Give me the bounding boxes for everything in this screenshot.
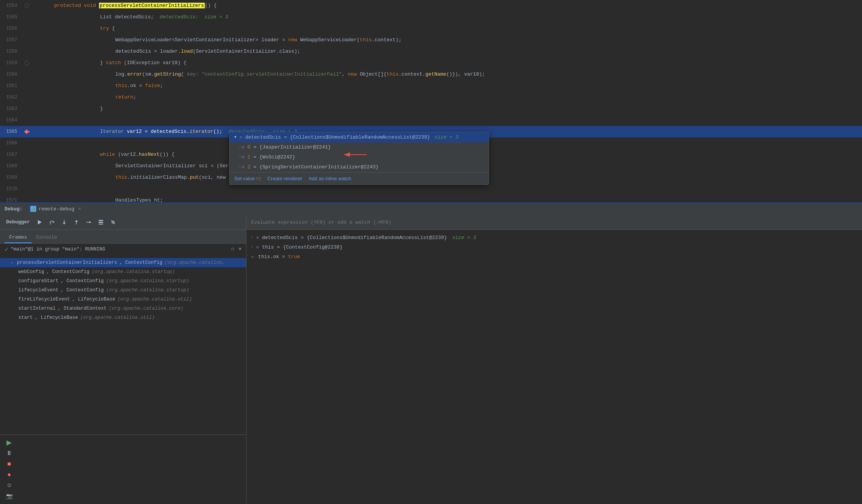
play-btn[interactable]: ▶	[5, 438, 14, 447]
debug-tab-name: remote-debug	[39, 206, 75, 212]
w-equals-1: =	[277, 244, 280, 250]
inf-icon-w2: ∞	[251, 255, 254, 259]
var-icon-w0: ≡	[256, 236, 259, 240]
frame-item-2[interactable]: configureStart , ContextConfig (org.apac…	[0, 276, 246, 286]
watch-item-1[interactable]: › ≡ this = {ContextConfig@2238}	[251, 242, 857, 252]
editor-area: 1554 protected void processServletContai…	[0, 0, 862, 202]
camera-btn[interactable]: 📷	[5, 491, 14, 501]
frame-method-4: fireLifecycleEvent	[11, 297, 70, 302]
var-icon-w1: ≡	[256, 245, 259, 250]
line-number-1558: 1558	[0, 49, 21, 54]
expand-icon[interactable]: ▼	[238, 247, 241, 252]
var-icon-1: ≡	[242, 155, 245, 160]
collapse-icon[interactable]: ▼	[234, 135, 237, 139]
set-value-key: F2	[256, 176, 261, 181]
svg-rect-11	[99, 220, 103, 221]
debugger-label: Debugger	[3, 219, 33, 225]
popup-item-2[interactable]: › ≡ 2 = {SpringServletContainerInitializ…	[230, 162, 489, 172]
resume-btn[interactable]	[34, 217, 45, 228]
frame-item-3[interactable]: lifecycleEvent , ContextConfig (org.apac…	[0, 286, 246, 295]
w-equals-0: =	[301, 235, 304, 241]
item-0-text: 0 = {JasperInitializer@2241}	[248, 144, 331, 150]
breakpoint-1559	[24, 61, 29, 65]
frame-source-2: (org.apache.catalina.startup)	[106, 278, 190, 284]
thread-name: "main"@1 in group "main": RUNNING	[11, 247, 105, 252]
watch-item-2[interactable]: ∞ this.ok = true	[251, 252, 857, 262]
var-icon-0: ≡	[242, 145, 245, 150]
frame-item-5[interactable]: startInternal , StandardContext (org.apa…	[0, 304, 246, 313]
create-renderer-btn[interactable]: Create renderer	[267, 175, 303, 182]
expand-1: ›	[251, 245, 253, 249]
run-to-cursor-btn[interactable]	[83, 217, 94, 228]
frame-method-6: start	[11, 315, 33, 320]
line-number-1559: 1559	[0, 60, 21, 66]
line-number-1562: 1562	[0, 95, 21, 100]
frame-class-5: , StandardContext	[58, 306, 107, 311]
frame-source-1: (org.apache.catalina.startup)	[92, 269, 175, 275]
red-arrow-annotation	[340, 149, 371, 162]
w-value-0: {Collections$UnmodifiableRandomAccessLis…	[307, 235, 447, 241]
line-number-1564: 1564	[0, 118, 21, 123]
record-btn[interactable]: ●	[5, 470, 14, 479]
expand-icon-2: ›	[234, 165, 239, 169]
code-content-1571: HandlesTypes ht;	[32, 183, 862, 202]
frame-item-4[interactable]: fireLifecycleEvent , LifecycleBase (org.…	[0, 295, 246, 304]
svg-rect-12	[99, 222, 103, 223]
breakpoint-1554	[24, 3, 29, 8]
frame-class-2: , ContextConfig	[61, 278, 104, 284]
w-varname-1: this	[262, 244, 274, 250]
item-1-text: 1 = {WsSci@2242}	[248, 154, 295, 160]
line-number-1554: 1554	[0, 3, 21, 8]
thread-icon: ✓	[5, 246, 8, 253]
line-number-1566: 1566	[0, 141, 21, 146]
gear2-btn[interactable]: ⚙	[5, 481, 14, 490]
code-line-1563: 1563 }	[0, 103, 862, 115]
step-over-btn[interactable]	[47, 217, 57, 228]
step-out-btn[interactable]	[71, 217, 82, 228]
current-arrow	[24, 129, 29, 134]
w-value-1: {ContextConfig@2238}	[283, 244, 343, 250]
expand-icon-0: ›	[234, 145, 239, 149]
set-value-btn[interactable]: Set value F2	[234, 175, 261, 182]
debug-tab[interactable]: 🐛 remote-debug ×	[27, 204, 84, 213]
line-number-1571: 1571	[0, 198, 21, 202]
item-2-text: 2 = {SpringServletContainerInitializer@2…	[248, 164, 379, 170]
popup-header-varname: detectedScis	[245, 134, 281, 140]
gutter-1554	[21, 3, 32, 8]
step-into-btn[interactable]	[59, 217, 70, 228]
frame-class-3: , ContextConfig	[61, 288, 104, 293]
watch-item-0[interactable]: › ≡ detectedScis = {Collections$Unmodifi…	[251, 233, 857, 242]
frame-source-4: (org.apache.catalina.util)	[118, 297, 192, 302]
frame-method-5: startInternal	[11, 306, 56, 311]
line-number-1569: 1569	[0, 175, 21, 180]
line-number-1568: 1568	[0, 163, 21, 169]
frame-source-0: (org.apache.catalina.	[165, 260, 225, 265]
frame-item-0[interactable]: ↩ processServletContainerInitializers , …	[0, 258, 246, 267]
popup-actions: Set value F2 Create renderer Add as inli…	[230, 172, 489, 184]
mute-btn[interactable]	[108, 217, 118, 228]
line-number-1557: 1557	[0, 37, 21, 43]
frame-item-1[interactable]: webConfig , ContextConfig (org.apache.ca…	[0, 267, 246, 276]
frame-class-0: , ContextConfig	[120, 260, 163, 265]
line-number-1563: 1563	[0, 106, 21, 111]
line-number-1560: 1560	[0, 72, 21, 77]
set-value-label: Set value	[234, 176, 255, 181]
debug-tab-close[interactable]: ×	[78, 206, 81, 212]
debug-bar: Debug: 🐛 remote-debug ×	[0, 202, 862, 215]
stop-btn[interactable]: ■	[5, 459, 14, 468]
w-equals-2: =	[282, 254, 285, 260]
frames-list: ↩ processServletContainerInitializers , …	[0, 255, 246, 435]
frame-item-6[interactable]: start , LifecycleBase (org.apache.catali…	[0, 313, 246, 322]
filter-icon[interactable]: ⊓	[231, 246, 234, 252]
pause2-btn[interactable]: ⏸	[5, 449, 14, 458]
tab-frames[interactable]: Frames	[5, 232, 32, 243]
code-line-1571: 1571 HandlesTypes ht;	[0, 195, 862, 202]
frames-btn[interactable]	[96, 217, 106, 228]
add-watch-btn[interactable]: Add as inline watch	[308, 175, 351, 182]
var-icon-2: ≡	[242, 165, 245, 170]
tab-console[interactable]: Console	[32, 232, 62, 243]
frame-method-1: webConfig	[11, 269, 44, 275]
w-varname-2: this.ok	[258, 254, 279, 260]
evaluator-header: Evaluate expression (⌥F8) or add a watch…	[246, 215, 862, 230]
line-number-1565: 1565	[0, 129, 21, 134]
